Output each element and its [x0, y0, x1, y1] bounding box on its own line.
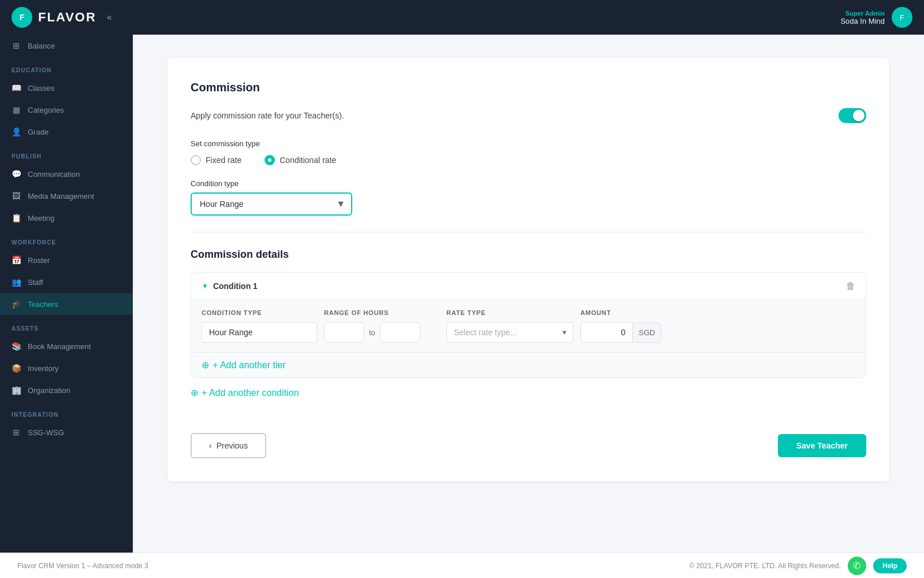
- previous-button[interactable]: ‹ Previous: [191, 433, 266, 458]
- sidebar-item-label: Categories: [28, 106, 64, 114]
- rate-type-select[interactable]: Select rate type... Percentage Fixed: [446, 322, 573, 343]
- save-teacher-button[interactable]: Save Teacher: [778, 434, 866, 457]
- condition-chevron-icon[interactable]: ▼: [202, 282, 208, 290]
- sidebar-item-categories[interactable]: ▦ Categories: [0, 99, 133, 121]
- classes-icon: 📖: [12, 83, 21, 92]
- sidebar-item-roster[interactable]: 📅 Roster: [0, 249, 133, 271]
- sidebar-item-inventory[interactable]: 📦 Inventory: [0, 357, 133, 379]
- commission-title: Commission: [191, 81, 866, 94]
- sidebar-item-label: Grade: [28, 128, 49, 136]
- roster-icon: 📅: [12, 255, 21, 265]
- collapse-sidebar-icon[interactable]: «: [107, 12, 112, 23]
- user-name: Soda In Mind: [840, 17, 885, 25]
- condition-type-input[interactable]: [202, 322, 317, 343]
- condition-type-select-wrapper: Hour Range Session Count Revenue ▼: [191, 192, 352, 216]
- condition-1-header: ▼ Condition 1 🗑: [191, 273, 866, 300]
- col-condition-type: CONDITION TYPE: [202, 309, 317, 316]
- conditional-rate-label: Conditional rate: [280, 155, 336, 165]
- sidebar-section-publish: PUBLISH: [0, 143, 133, 163]
- commission-type-section: Set commission type Fixed rate Condition…: [191, 139, 866, 165]
- teachers-icon: 🎓: [12, 299, 21, 309]
- sidebar-item-communication[interactable]: 💬 Communication: [0, 163, 133, 185]
- whatsapp-button[interactable]: ✆: [848, 557, 866, 575]
- sidebar-item-classes[interactable]: 📖 Classes: [0, 77, 133, 99]
- grade-icon: 👤: [12, 127, 21, 136]
- footer: Flavor CRM Version 1 – Advanced mode 3 ©…: [0, 553, 924, 578]
- content-card: Commission Apply commission rate for you…: [167, 58, 889, 481]
- sidebar-section-education: EDUCATION: [0, 57, 133, 77]
- amount-input[interactable]: [580, 322, 632, 343]
- bottom-actions: ‹ Previous Save Teacher: [191, 421, 866, 458]
- sidebar-item-organization[interactable]: 🏢 Organization: [0, 379, 133, 401]
- user-area: Super Admin Soda In Mind F: [840, 7, 912, 28]
- sidebar-item-book-management[interactable]: 📚 Book Management: [0, 335, 133, 357]
- sidebar-item-label: Communication: [28, 170, 80, 179]
- previous-label: Previous: [217, 441, 248, 450]
- sidebar-item-label: Book Management: [28, 342, 91, 351]
- book-icon: 📚: [12, 342, 21, 351]
- amount-cell: SGD: [580, 322, 684, 343]
- condition-type-select[interactable]: Hour Range Session Count Revenue: [191, 192, 352, 216]
- table-row: to Select rate type... Percentage Fixed …: [202, 322, 855, 343]
- fixed-rate-radio[interactable]: [191, 155, 201, 165]
- table-headers: CONDITION TYPE RANGE OF HOURS RATE TYPE …: [202, 309, 855, 316]
- main-layout: ⊞ Balance EDUCATION 📖 Classes ▦ Categori…: [0, 35, 924, 553]
- sidebar-item-ssg-wsg[interactable]: ⊞ SSG-WSG: [0, 421, 133, 443]
- col-range-of-hours: RANGE OF HOURS: [324, 309, 439, 316]
- condition-table: CONDITION TYPE RANGE OF HOURS RATE TYPE …: [191, 300, 866, 352]
- sidebar-item-label: Staff: [28, 278, 43, 287]
- condition-block-1: ▼ Condition 1 🗑 CONDITION TYPE RANGE OF …: [191, 272, 866, 378]
- sidebar-item-label: Roster: [28, 256, 50, 265]
- add-condition-icon: ⊕: [191, 387, 198, 398]
- help-button[interactable]: Help: [873, 558, 907, 573]
- sidebar: ⊞ Balance EDUCATION 📖 Classes ▦ Categori…: [0, 35, 133, 553]
- sidebar-section-integration: INTEGRATION: [0, 401, 133, 421]
- condition-type-cell: [202, 322, 317, 343]
- sidebar-item-label: Classes: [28, 84, 54, 92]
- condition-type-field-label: Condition type: [191, 179, 866, 188]
- commission-type-label: Set commission type: [191, 139, 866, 148]
- organization-icon: 🏢: [12, 386, 21, 395]
- top-header: F FLAVOR « Super Admin Soda In Mind F: [0, 0, 924, 35]
- range-to-input[interactable]: [380, 322, 420, 343]
- conditional-rate-radio[interactable]: [264, 155, 275, 165]
- sidebar-item-media-management[interactable]: 🖼 Media Management: [0, 185, 133, 207]
- fixed-rate-option[interactable]: Fixed rate: [191, 155, 241, 165]
- condition-type-section: Condition type Hour Range Session Count …: [191, 179, 866, 216]
- condition-1-label: Condition 1: [213, 281, 258, 291]
- categories-icon: ▦: [12, 105, 21, 114]
- user-role: Super Admin: [840, 10, 885, 17]
- meeting-icon: 📋: [12, 213, 21, 223]
- add-condition-label: + Add another condition: [202, 388, 299, 398]
- sidebar-item-label: Teachers: [28, 300, 58, 309]
- sidebar-item-grade[interactable]: 👤 Grade: [0, 121, 133, 143]
- sidebar-item-label: Media Management: [28, 192, 94, 201]
- commission-toggle-label: Apply commission rate for your Teacher(s…: [191, 111, 344, 120]
- balance-icon: ⊞: [12, 41, 21, 50]
- sidebar-item-teachers[interactable]: 🎓 Teachers: [0, 293, 133, 315]
- previous-chevron-icon: ‹: [209, 441, 212, 450]
- sidebar-item-meeting[interactable]: 📋 Meeting: [0, 207, 133, 229]
- col-amount: AMOUNT: [580, 309, 684, 316]
- commission-toggle[interactable]: [839, 108, 866, 123]
- help-label: Help: [882, 562, 897, 570]
- commission-toggle-row: Apply commission rate for your Teacher(s…: [191, 108, 866, 123]
- conditional-rate-option[interactable]: Conditional rate: [264, 155, 336, 165]
- media-icon: 🖼: [12, 191, 21, 201]
- logo-icon: F: [12, 7, 32, 28]
- ssg-icon: ⊞: [12, 428, 21, 437]
- sidebar-item-staff[interactable]: 👥 Staff: [0, 271, 133, 293]
- save-label: Save Teacher: [796, 441, 848, 450]
- condition-delete-icon[interactable]: 🗑: [846, 281, 855, 291]
- commission-details-title: Commission details: [191, 249, 866, 261]
- fixed-rate-label: Fixed rate: [206, 155, 241, 165]
- range-from-input[interactable]: [324, 322, 364, 343]
- communication-icon: 💬: [12, 169, 21, 179]
- sidebar-item-label: Organization: [28, 386, 70, 395]
- add-condition-link[interactable]: ⊕ + Add another condition: [191, 387, 866, 398]
- sidebar-item-balance[interactable]: ⊞ Balance: [0, 35, 133, 57]
- add-tier-label: + Add another tier: [213, 360, 286, 370]
- add-tier-link[interactable]: ⊕ + Add another tier: [191, 352, 866, 377]
- currency-label: SGD: [632, 323, 661, 343]
- user-avatar: F: [892, 7, 912, 28]
